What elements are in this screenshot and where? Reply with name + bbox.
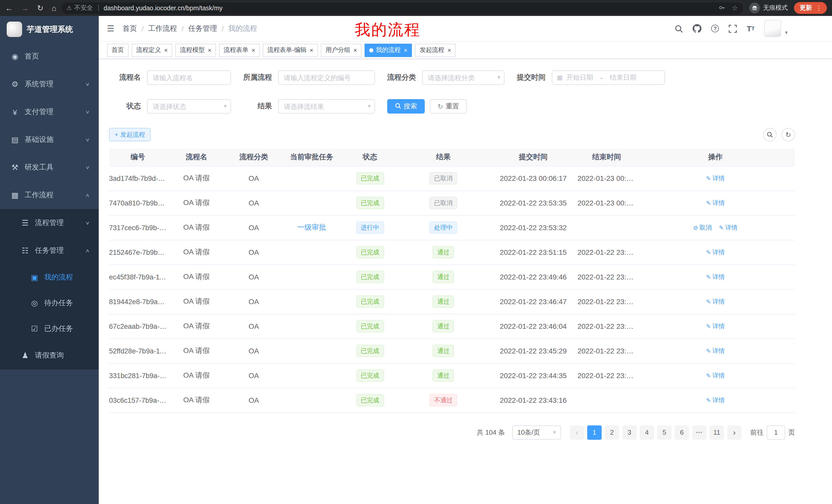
- process-name-input[interactable]: [147, 71, 231, 85]
- page-number-button[interactable]: •••: [692, 425, 706, 440]
- detail-action[interactable]: ✎详情: [706, 273, 725, 281]
- current-task-link[interactable]: 一级审批: [297, 223, 326, 231]
- breadcrumb-item[interactable]: 工作流程: [148, 24, 177, 33]
- view-tab[interactable]: 流程模型 ×: [175, 44, 216, 57]
- search-icon[interactable]: [675, 24, 683, 33]
- result-badge: 已取消: [430, 197, 458, 209]
- forward-icon[interactable]: →: [21, 4, 29, 12]
- page-number-button[interactable]: 6: [675, 425, 689, 440]
- font-size-icon[interactable]: TT: [747, 24, 755, 33]
- submit-time-range-picker[interactable]: ▦ 开始日期 - 结束日期: [552, 71, 665, 85]
- create-process-button[interactable]: + 发起流程: [109, 128, 151, 141]
- detail-action[interactable]: ✎详情: [706, 397, 725, 404]
- cell-actions: ✎详情: [636, 314, 795, 339]
- page-number-button[interactable]: 1: [587, 425, 602, 440]
- view-tab[interactable]: 我的流程 ×: [365, 44, 412, 57]
- breadcrumb-item[interactable]: 我的流程: [228, 24, 257, 33]
- sidebar-item[interactable]: ▤ 基础设施 ∨: [0, 126, 99, 153]
- password-key-icon[interactable]: [719, 4, 726, 12]
- cell-process-id: 3ad174fb-7b9d-11ec-8404-acde48001122: [109, 166, 166, 191]
- browser-update-button[interactable]: 更新 ⋮: [794, 2, 827, 14]
- toggle-search-button[interactable]: [763, 128, 777, 141]
- bookmark-star-icon[interactable]: ☆: [732, 5, 738, 11]
- page-number-button[interactable]: 5: [657, 425, 672, 440]
- reload-icon[interactable]: ↻: [37, 4, 44, 12]
- breadcrumb-item[interactable]: 首页: [123, 24, 137, 33]
- page-number-button[interactable]: 11: [710, 425, 724, 440]
- cell-actions: ✎详情: [636, 388, 795, 413]
- reset-button[interactable]: ↻ 重置: [430, 99, 467, 114]
- breadcrumb-item[interactable]: 任务管理: [188, 24, 217, 33]
- address-bar[interactable]: ⚠ 不安全 dashboard.yudao.iocoder.cn/bpm/tas…: [61, 2, 743, 13]
- help-icon[interactable]: ?: [711, 25, 719, 32]
- table-row: 7317cec6-7b9b-11ec-b5b7-acde48001122 OA …: [109, 215, 795, 240]
- cell-actions: ✎详情: [636, 240, 795, 264]
- tab-label: 发起流程: [420, 46, 444, 54]
- tab-close-icon[interactable]: ×: [404, 47, 407, 53]
- tab-label: 用户分组: [326, 46, 350, 54]
- cell-process-name: OA 请假: [166, 166, 226, 191]
- sidebar-item[interactable]: ◎ 待办任务: [0, 290, 99, 316]
- detail-action[interactable]: ✎详情: [719, 224, 737, 231]
- kebab-menu-icon[interactable]: ⋮: [815, 4, 822, 12]
- sidebar-item[interactable]: ☰ 流程管理 ∨: [0, 209, 99, 237]
- sidebar-item[interactable]: ◉ 首页: [0, 43, 99, 71]
- detail-action[interactable]: ✎详情: [706, 199, 725, 206]
- back-icon[interactable]: ←: [5, 4, 13, 12]
- sidebar-item[interactable]: ⚒ 研发工具 ∨: [0, 153, 99, 181]
- tab-close-icon[interactable]: ×: [164, 47, 167, 53]
- result-badge: 不通过: [430, 394, 458, 407]
- sidebar-item[interactable]: ▣ 我的流程: [0, 264, 99, 290]
- avatar-caret-icon[interactable]: ▾: [785, 29, 788, 36]
- detail-action[interactable]: ✎详情: [706, 372, 725, 379]
- view-tab[interactable]: 流程表单 ×: [219, 44, 260, 57]
- sidebar-item[interactable]: ▦ 工作流程 ∧: [0, 181, 99, 209]
- view-tab[interactable]: 用户分组 ×: [321, 44, 362, 57]
- github-icon[interactable]: [693, 24, 701, 33]
- prev-page-button[interactable]: ‹: [570, 425, 584, 440]
- edit-icon: ✎: [706, 348, 711, 354]
- view-tab[interactable]: 首页: [107, 44, 129, 57]
- breadcrumb-separator: /: [182, 24, 184, 33]
- browser-home-icon[interactable]: ⌂: [52, 4, 56, 12]
- result-label: 结果: [243, 102, 272, 111]
- page-number-button[interactable]: 2: [605, 425, 619, 440]
- status-select[interactable]: ▾: [147, 99, 231, 114]
- sidebar-item[interactable]: ☷ 任务管理 ∧: [0, 237, 99, 264]
- search-button[interactable]: 搜索: [387, 99, 425, 114]
- cancel-action[interactable]: ⊘取消: [693, 224, 712, 231]
- category-select[interactable]: ▾: [422, 71, 504, 85]
- page-number-button[interactable]: 3: [622, 425, 636, 440]
- page-number-button[interactable]: 4: [640, 425, 654, 440]
- refresh-table-button[interactable]: ↻: [782, 128, 795, 141]
- detail-action[interactable]: ✎详情: [706, 175, 725, 182]
- tab-close-icon[interactable]: ×: [353, 47, 357, 53]
- result-badge: 处理中: [430, 221, 458, 234]
- sidebar-item[interactable]: ☑ 已办任务: [0, 316, 99, 342]
- tab-close-icon[interactable]: ×: [447, 47, 451, 53]
- view-tab[interactable]: 发起流程 ×: [415, 44, 456, 57]
- tab-close-icon[interactable]: ×: [208, 47, 211, 53]
- detail-action[interactable]: ✎详情: [706, 298, 725, 305]
- sidebar-toggle-icon[interactable]: ☰: [107, 24, 114, 33]
- chevron-down-icon: ∨: [85, 220, 90, 226]
- detail-action[interactable]: ✎详情: [706, 249, 725, 256]
- cell-process-id: 7470a810-7b9b-11ec-b5b7-acde48001122: [109, 191, 166, 215]
- result-select[interactable]: ▾: [278, 99, 375, 114]
- tab-close-icon[interactable]: ×: [310, 47, 313, 53]
- detail-action[interactable]: ✎详情: [706, 323, 725, 330]
- fullscreen-icon[interactable]: [729, 24, 737, 33]
- tab-close-icon[interactable]: ×: [252, 47, 255, 53]
- view-tab[interactable]: 流程定义 ×: [132, 44, 172, 57]
- view-tab[interactable]: 流程表单-编辑 ×: [263, 44, 318, 57]
- process-definition-input[interactable]: [278, 71, 375, 85]
- detail-action[interactable]: ✎详情: [706, 347, 725, 355]
- sidebar-item[interactable]: ¥ 支付管理 ∨: [0, 98, 99, 126]
- page-size-select[interactable]: 10条/页 ▾: [512, 425, 561, 440]
- sidebar-item[interactable]: ⚙ 系统管理 ∨: [0, 71, 99, 98]
- sidebar-item[interactable]: ♟ 请假查询: [0, 342, 99, 369]
- goto-page-input[interactable]: [767, 425, 785, 440]
- cell-process-name: OA 请假: [166, 289, 226, 314]
- user-avatar[interactable]: [764, 20, 781, 37]
- next-page-button[interactable]: ›: [727, 425, 742, 440]
